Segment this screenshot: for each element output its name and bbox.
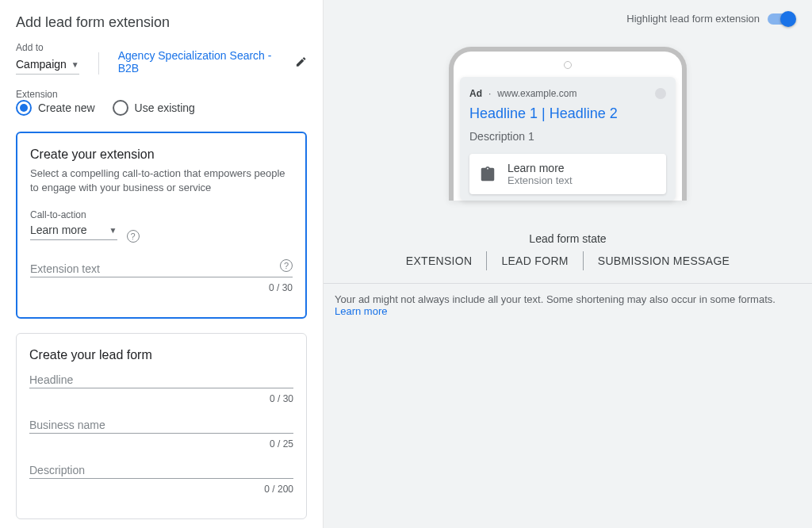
add-to-level-value: Campaign: [16, 58, 67, 71]
clipboard-icon: [479, 166, 496, 183]
cta-value: Learn more: [30, 224, 87, 236]
help-icon[interactable]: ?: [280, 259, 293, 272]
pencil-icon: [295, 55, 307, 68]
radio-create-new-label: Create new: [38, 101, 95, 114]
ad-extension-row: Learn more Extension text: [469, 154, 666, 194]
description-counter: 0 / 200: [29, 484, 293, 495]
ad-headline: Headline 1 | Headline 2: [469, 105, 666, 122]
help-icon[interactable]: ?: [127, 230, 140, 243]
extension-text-input[interactable]: Extension text ?: [30, 258, 293, 277]
tab-lead-form[interactable]: LEAD FORM: [487, 251, 583, 270]
create-extension-card: Create your extension Select a compellin…: [16, 132, 307, 319]
business-name-placeholder: Business name: [29, 419, 105, 431]
radio-icon: [113, 100, 128, 116]
page-title: Add lead form extension: [16, 14, 307, 31]
create-extension-title: Create your extension: [30, 147, 293, 162]
chevron-down-icon: ▼: [71, 60, 79, 69]
divider: [98, 52, 99, 75]
radio-create-new[interactable]: Create new: [16, 100, 95, 116]
create-lead-form-title: Create your lead form: [29, 348, 293, 362]
campaign-name-link[interactable]: Agency Specialization Search - B2B: [118, 49, 307, 75]
footer-note: Your ad might not always include all you…: [324, 283, 812, 327]
description-placeholder: Description: [29, 464, 85, 476]
extension-text-counter: 0 / 30: [30, 282, 293, 293]
extension-label: Extension: [16, 89, 58, 100]
ad-tag: Ad: [469, 88, 482, 99]
extension-text-placeholder: Extension text: [30, 262, 100, 275]
chevron-down-icon: ▼: [109, 226, 117, 235]
ad-description: Description 1: [469, 130, 666, 143]
footer-text: Your ad might not always include all you…: [335, 293, 776, 305]
highlight-toggle-label: Highlight lead form extension: [626, 13, 760, 25]
business-name-counter: 0 / 25: [29, 438, 293, 450]
phone-speaker-icon: [564, 61, 572, 69]
ad-preview-card: Ad · www.example.com Headline 1 | Headli…: [460, 77, 676, 201]
add-to-label: Add to: [16, 42, 79, 53]
headline-placeholder: Headline: [29, 373, 73, 386]
business-name-input[interactable]: Business name: [29, 414, 293, 434]
ad-dot: ·: [488, 88, 491, 99]
tab-extension[interactable]: EXTENSION: [392, 251, 488, 270]
campaign-name-text: Agency Specialization Search - B2B: [118, 49, 289, 75]
add-to-level-dropdown[interactable]: Campaign ▼: [16, 55, 79, 75]
right-panel: Highlight lead form extension Ad · www.e…: [324, 0, 812, 528]
lead-form-state-title: Lead form state: [324, 232, 812, 245]
highlight-toggle[interactable]: [768, 13, 795, 25]
create-lead-form-card: Create your lead form Headline 0 / 30 Bu…: [16, 333, 307, 519]
description-input[interactable]: Description: [29, 459, 293, 479]
footer-learn-more-link[interactable]: Learn more: [335, 305, 387, 317]
phone-preview: Ad · www.example.com Headline 1 | Headli…: [449, 47, 687, 201]
cta-label: Call-to-action: [30, 209, 86, 220]
info-icon: [655, 88, 666, 99]
radio-use-existing[interactable]: Use existing: [113, 100, 195, 116]
create-extension-desc: Select a compelling call-to-action that …: [30, 166, 293, 195]
radio-use-existing-label: Use existing: [135, 101, 195, 114]
headline-counter: 0 / 30: [29, 393, 293, 404]
cta-dropdown[interactable]: Learn more ▼: [30, 220, 117, 240]
ad-url: www.example.com: [497, 88, 576, 99]
radio-icon: [16, 100, 32, 116]
left-panel: Add lead form extension Add to Campaign …: [0, 0, 324, 528]
ext-line2: Extension text: [508, 174, 573, 186]
tab-submission-message[interactable]: SUBMISSION MESSAGE: [584, 251, 744, 270]
headline-input[interactable]: Headline: [29, 369, 293, 388]
ext-line1: Learn more: [508, 162, 573, 174]
